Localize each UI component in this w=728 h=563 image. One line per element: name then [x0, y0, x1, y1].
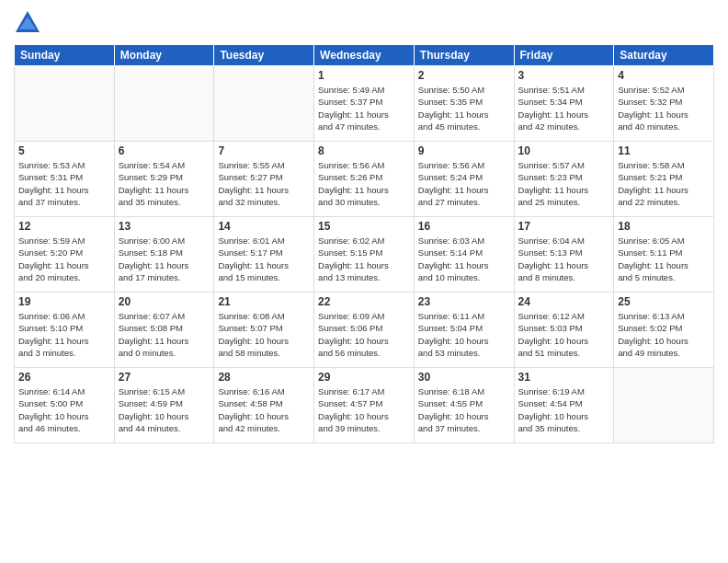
day-number: 7	[218, 144, 310, 157]
calendar-cell: 12Sunrise: 5:59 AM Sunset: 5:20 PM Dayli…	[15, 217, 115, 293]
day-info: Sunrise: 6:16 AM Sunset: 4:58 PM Dayligh…	[218, 385, 310, 434]
day-info: Sunrise: 6:15 AM Sunset: 4:59 PM Dayligh…	[119, 385, 210, 434]
calendar-cell: 19Sunrise: 6:06 AM Sunset: 5:10 PM Dayli…	[15, 293, 115, 368]
day-number: 4	[618, 69, 710, 82]
calendar-cell: 28Sunrise: 6:16 AM Sunset: 4:58 PM Dayli…	[214, 368, 314, 443]
day-info: Sunrise: 5:51 AM Sunset: 5:34 PM Dayligh…	[518, 84, 610, 132]
day-info: Sunrise: 5:56 AM Sunset: 5:26 PM Dayligh…	[318, 159, 410, 208]
day-number: 1	[318, 69, 410, 82]
calendar-cell: 9Sunrise: 5:56 AM Sunset: 5:24 PM Daylig…	[414, 142, 514, 217]
logo	[14, 9, 45, 37]
calendar-cell: 25Sunrise: 6:13 AM Sunset: 5:02 PM Dayli…	[614, 293, 714, 368]
day-number: 27	[119, 371, 210, 384]
calendar-cell: 4Sunrise: 5:52 AM Sunset: 5:32 PM Daylig…	[614, 66, 714, 142]
day-number: 23	[418, 295, 510, 308]
calendar-cell: 7Sunrise: 5:55 AM Sunset: 5:27 PM Daylig…	[214, 142, 314, 217]
day-number: 29	[318, 371, 410, 384]
day-info: Sunrise: 5:53 AM Sunset: 5:31 PM Dayligh…	[18, 159, 110, 208]
weekday-header-sunday: Sunday	[15, 45, 115, 66]
day-info: Sunrise: 6:00 AM Sunset: 5:18 PM Dayligh…	[119, 235, 210, 283]
calendar-cell: 31Sunrise: 6:19 AM Sunset: 4:54 PM Dayli…	[514, 368, 614, 443]
day-number: 24	[518, 295, 610, 308]
day-info: Sunrise: 6:09 AM Sunset: 5:06 PM Dayligh…	[318, 310, 410, 359]
day-number: 5	[18, 144, 110, 157]
day-info: Sunrise: 6:02 AM Sunset: 5:15 PM Dayligh…	[318, 235, 410, 283]
calendar: SundayMondayTuesdayWednesdayThursdayFrid…	[14, 44, 714, 443]
day-info: Sunrise: 6:04 AM Sunset: 5:13 PM Dayligh…	[518, 235, 610, 283]
day-info: Sunrise: 6:11 AM Sunset: 5:04 PM Dayligh…	[418, 310, 510, 359]
calendar-cell: 10Sunrise: 5:57 AM Sunset: 5:23 PM Dayli…	[514, 142, 614, 217]
day-info: Sunrise: 5:49 AM Sunset: 5:37 PM Dayligh…	[318, 84, 410, 132]
day-number: 12	[18, 220, 110, 233]
day-number: 3	[518, 69, 610, 82]
weekday-header-monday: Monday	[114, 45, 214, 66]
calendar-cell: 21Sunrise: 6:08 AM Sunset: 5:07 PM Dayli…	[214, 293, 314, 368]
calendar-cell	[114, 66, 214, 142]
day-info: Sunrise: 5:57 AM Sunset: 5:23 PM Dayligh…	[518, 159, 610, 208]
header	[14, 9, 714, 37]
calendar-cell: 29Sunrise: 6:17 AM Sunset: 4:57 PM Dayli…	[314, 368, 415, 443]
calendar-cell: 30Sunrise: 6:18 AM Sunset: 4:55 PM Dayli…	[414, 368, 514, 443]
day-info: Sunrise: 5:59 AM Sunset: 5:20 PM Dayligh…	[18, 235, 110, 283]
day-info: Sunrise: 6:12 AM Sunset: 5:03 PM Dayligh…	[518, 310, 610, 359]
day-info: Sunrise: 5:56 AM Sunset: 5:24 PM Dayligh…	[418, 159, 510, 208]
week-row-4: 26Sunrise: 6:14 AM Sunset: 5:00 PM Dayli…	[15, 368, 714, 443]
day-number: 10	[518, 144, 610, 157]
day-info: Sunrise: 6:19 AM Sunset: 4:54 PM Dayligh…	[518, 385, 610, 434]
calendar-cell: 13Sunrise: 6:00 AM Sunset: 5:18 PM Dayli…	[114, 217, 214, 293]
calendar-cell: 27Sunrise: 6:15 AM Sunset: 4:59 PM Dayli…	[114, 368, 214, 443]
week-row-1: 5Sunrise: 5:53 AM Sunset: 5:31 PM Daylig…	[15, 142, 714, 217]
day-info: Sunrise: 5:52 AM Sunset: 5:32 PM Dayligh…	[618, 84, 710, 132]
day-number: 25	[618, 295, 710, 308]
calendar-cell: 23Sunrise: 6:11 AM Sunset: 5:04 PM Dayli…	[414, 293, 514, 368]
day-info: Sunrise: 6:13 AM Sunset: 5:02 PM Dayligh…	[618, 310, 710, 359]
day-info: Sunrise: 5:54 AM Sunset: 5:29 PM Dayligh…	[119, 159, 210, 208]
day-number: 18	[618, 220, 710, 233]
calendar-cell: 16Sunrise: 6:03 AM Sunset: 5:14 PM Dayli…	[414, 217, 514, 293]
day-number: 11	[618, 144, 710, 157]
calendar-cell: 2Sunrise: 5:50 AM Sunset: 5:35 PM Daylig…	[414, 66, 514, 142]
day-info: Sunrise: 5:58 AM Sunset: 5:21 PM Dayligh…	[618, 159, 710, 208]
day-number: 20	[119, 295, 210, 308]
calendar-cell: 1Sunrise: 5:49 AM Sunset: 5:37 PM Daylig…	[314, 66, 415, 142]
weekday-header-thursday: Thursday	[414, 45, 514, 66]
day-info: Sunrise: 6:17 AM Sunset: 4:57 PM Dayligh…	[318, 385, 410, 434]
day-number: 30	[418, 371, 510, 384]
day-info: Sunrise: 6:03 AM Sunset: 5:14 PM Dayligh…	[418, 235, 510, 283]
day-info: Sunrise: 6:18 AM Sunset: 4:55 PM Dayligh…	[418, 385, 510, 434]
day-info: Sunrise: 5:50 AM Sunset: 5:35 PM Dayligh…	[418, 84, 510, 132]
day-number: 15	[318, 220, 410, 233]
weekday-header-wednesday: Wednesday	[314, 45, 415, 66]
day-number: 31	[518, 371, 610, 384]
calendar-cell: 5Sunrise: 5:53 AM Sunset: 5:31 PM Daylig…	[15, 142, 115, 217]
day-info: Sunrise: 6:14 AM Sunset: 5:00 PM Dayligh…	[18, 385, 110, 434]
day-info: Sunrise: 6:01 AM Sunset: 5:17 PM Dayligh…	[218, 235, 310, 283]
day-number: 28	[218, 371, 310, 384]
day-number: 26	[18, 371, 110, 384]
weekday-header-row: SundayMondayTuesdayWednesdayThursdayFrid…	[15, 45, 714, 66]
day-number: 22	[318, 295, 410, 308]
calendar-cell: 22Sunrise: 6:09 AM Sunset: 5:06 PM Dayli…	[314, 293, 415, 368]
day-number: 2	[418, 69, 510, 82]
day-number: 17	[518, 220, 610, 233]
calendar-cell: 8Sunrise: 5:56 AM Sunset: 5:26 PM Daylig…	[314, 142, 415, 217]
calendar-cell: 3Sunrise: 5:51 AM Sunset: 5:34 PM Daylig…	[514, 66, 614, 142]
calendar-cell	[214, 66, 314, 142]
day-number: 13	[119, 220, 210, 233]
week-row-2: 12Sunrise: 5:59 AM Sunset: 5:20 PM Dayli…	[15, 217, 714, 293]
day-number: 19	[18, 295, 110, 308]
weekday-header-friday: Friday	[514, 45, 614, 66]
calendar-cell: 24Sunrise: 6:12 AM Sunset: 5:03 PM Dayli…	[514, 293, 614, 368]
page: SundayMondayTuesdayWednesdayThursdayFrid…	[0, 0, 728, 563]
calendar-cell: 18Sunrise: 6:05 AM Sunset: 5:11 PM Dayli…	[614, 217, 714, 293]
day-info: Sunrise: 6:06 AM Sunset: 5:10 PM Dayligh…	[18, 310, 110, 359]
day-number: 9	[418, 144, 510, 157]
day-number: 21	[218, 295, 310, 308]
calendar-cell: 20Sunrise: 6:07 AM Sunset: 5:08 PM Dayli…	[114, 293, 214, 368]
calendar-cell	[15, 66, 115, 142]
week-row-0: 1Sunrise: 5:49 AM Sunset: 5:37 PM Daylig…	[15, 66, 714, 142]
calendar-cell: 14Sunrise: 6:01 AM Sunset: 5:17 PM Dayli…	[214, 217, 314, 293]
weekday-header-saturday: Saturday	[614, 45, 714, 66]
day-info: Sunrise: 6:08 AM Sunset: 5:07 PM Dayligh…	[218, 310, 310, 359]
calendar-cell	[614, 368, 714, 443]
